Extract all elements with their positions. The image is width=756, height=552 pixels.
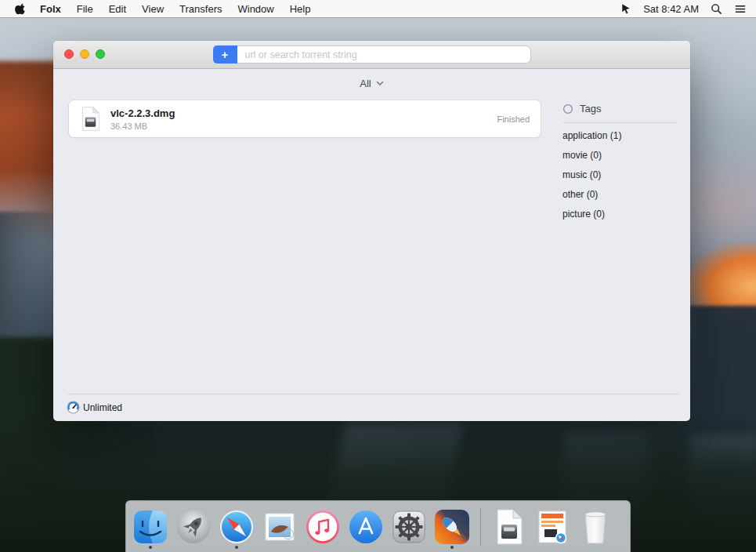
dock-launchpad[interactable] (175, 504, 212, 550)
running-indicator (450, 546, 454, 549)
tags-title: Tags (580, 103, 601, 114)
finder-icon (133, 510, 168, 544)
dock-system-preferences[interactable] (391, 504, 427, 550)
tags-header[interactable]: Tags (562, 97, 678, 114)
file-size: 36.43 MB (110, 122, 175, 131)
dock-mail[interactable] (262, 504, 298, 550)
tag-item-music[interactable]: music (0) (562, 165, 678, 185)
speedometer-icon[interactable] (67, 401, 80, 414)
dock-trash[interactable] (577, 504, 613, 550)
minimize-button[interactable] (80, 49, 89, 59)
menu-bar-right: Sat 8:42 AM (620, 3, 747, 15)
download-row[interactable]: vlc-2.2.3.dmg 36.43 MB Finished (69, 100, 541, 137)
menu-edit[interactable]: Edit (101, 3, 134, 15)
dock-webpage-document[interactable] (534, 504, 570, 550)
close-button[interactable] (64, 49, 74, 59)
folx-window: + All (53, 41, 690, 421)
filter-label: All (360, 78, 371, 89)
dock (125, 500, 631, 552)
menu-view[interactable]: View (134, 3, 172, 15)
tag-item-application[interactable]: application (1) (562, 126, 678, 146)
safari-icon (219, 510, 254, 544)
filter-dropdown[interactable]: All (53, 69, 690, 97)
webpage-document-icon (535, 509, 570, 545)
mail-icon (262, 510, 297, 544)
launchpad-icon (176, 510, 211, 544)
system-preferences-icon (392, 510, 426, 544)
cursor-status-icon[interactable] (620, 3, 631, 15)
dock-disk-image-document[interactable] (491, 504, 527, 550)
status-badge: Finished (497, 114, 530, 124)
title-bar[interactable]: + (53, 41, 690, 69)
status-bar: Unlimited (53, 394, 690, 421)
disk-image-document-icon (494, 509, 525, 545)
divider (67, 394, 679, 394)
zoom-button[interactable] (96, 49, 105, 59)
tag-item-movie[interactable]: movie (0) (562, 146, 678, 165)
dock-separator (480, 507, 481, 547)
apple-logo-icon (14, 2, 26, 15)
folx-icon (434, 509, 470, 545)
window-controls (64, 49, 105, 59)
dmg-file-icon (80, 106, 101, 132)
tag-item-other[interactable]: other (0) (562, 185, 678, 205)
chevron-down-icon (376, 81, 384, 86)
itunes-icon (306, 510, 340, 544)
running-indicator (235, 546, 238, 549)
window-content: All vlc-2.2.3.dmg (53, 69, 690, 394)
torrent-search-widget: + (213, 45, 531, 64)
add-torrent-button[interactable]: + (213, 45, 237, 64)
menu-bar: Folx File Edit View Transfers Window Hel… (0, 0, 756, 17)
tag-item-picture[interactable]: picture (0) (562, 205, 678, 224)
menu-transfers[interactable]: Transfers (172, 3, 230, 15)
divider (562, 122, 678, 123)
menu-window[interactable]: Window (230, 3, 281, 15)
search-input[interactable] (237, 45, 531, 64)
dock-appstore[interactable] (348, 504, 384, 550)
apple-menu[interactable] (11, 2, 32, 15)
desktop: Folx File Edit View Transfers Window Hel… (0, 0, 756, 552)
trash-icon (581, 509, 610, 545)
file-name: vlc-2.2.3.dmg (110, 107, 175, 119)
menu-file[interactable]: File (69, 3, 101, 15)
dock-folx[interactable] (434, 504, 470, 550)
downloads-list: vlc-2.2.3.dmg 36.43 MB Finished (69, 97, 541, 137)
notification-center-icon[interactable] (734, 3, 747, 15)
file-meta: vlc-2.2.3.dmg 36.43 MB (110, 107, 175, 131)
menu-clock[interactable]: Sat 8:42 AM (643, 3, 699, 15)
appstore-icon (349, 510, 383, 544)
tags-circle-icon (562, 104, 573, 114)
spotlight-icon[interactable] (711, 3, 722, 15)
menu-app-name[interactable]: Folx (32, 3, 69, 15)
running-indicator (149, 546, 152, 549)
speed-limit-label: Unlimited (83, 402, 122, 413)
menu-bar-left: Folx File Edit View Transfers Window Hel… (11, 2, 318, 15)
body-row: vlc-2.2.3.dmg 36.43 MB Finished Tags app… (69, 97, 690, 394)
dock-itunes[interactable] (305, 504, 341, 550)
tags-sidebar: Tags application (1) movie (0) music (0)… (562, 97, 690, 224)
dock-finder[interactable] (132, 504, 168, 550)
menu-help[interactable]: Help (282, 3, 319, 15)
dock-safari[interactable] (219, 504, 255, 550)
